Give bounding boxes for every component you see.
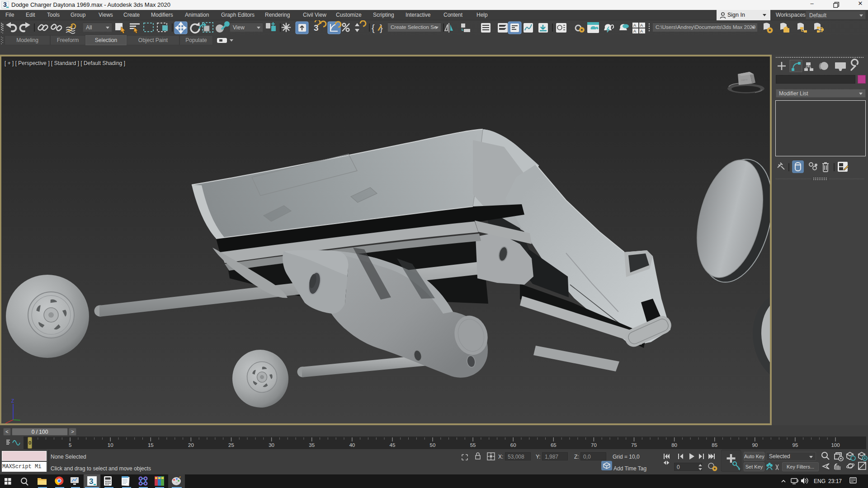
svg-text:90: 90: [752, 442, 758, 448]
svg-text:55: 55: [470, 442, 476, 448]
svg-text:95: 95: [793, 442, 798, 448]
svg-text:LEFT: LEFT: [741, 79, 748, 81]
svg-text:25: 25: [228, 442, 234, 448]
svg-text:15: 15: [148, 442, 154, 448]
svg-text:85: 85: [712, 442, 717, 448]
svg-text:30: 30: [269, 442, 274, 448]
svg-text:100: 100: [831, 442, 840, 448]
svg-text:3: 3: [89, 477, 93, 486]
svg-text:45: 45: [390, 442, 396, 448]
svg-text:40: 40: [349, 442, 355, 448]
svg-text:ENG: ENG: [814, 478, 826, 484]
svg-text:60: 60: [510, 442, 516, 448]
svg-text:23:17: 23:17: [828, 478, 842, 484]
svg-text:Z: Z: [11, 399, 14, 404]
svg-text:65: 65: [551, 442, 557, 448]
svg-text:80: 80: [671, 442, 677, 448]
svg-text:75: 75: [631, 442, 637, 448]
svg-text:5: 5: [69, 442, 71, 448]
svg-text:50: 50: [430, 442, 436, 448]
svg-text:70: 70: [591, 442, 597, 448]
svg-text:10: 10: [108, 442, 113, 448]
svg-text:35: 35: [309, 442, 315, 448]
svg-text:20: 20: [188, 442, 194, 448]
